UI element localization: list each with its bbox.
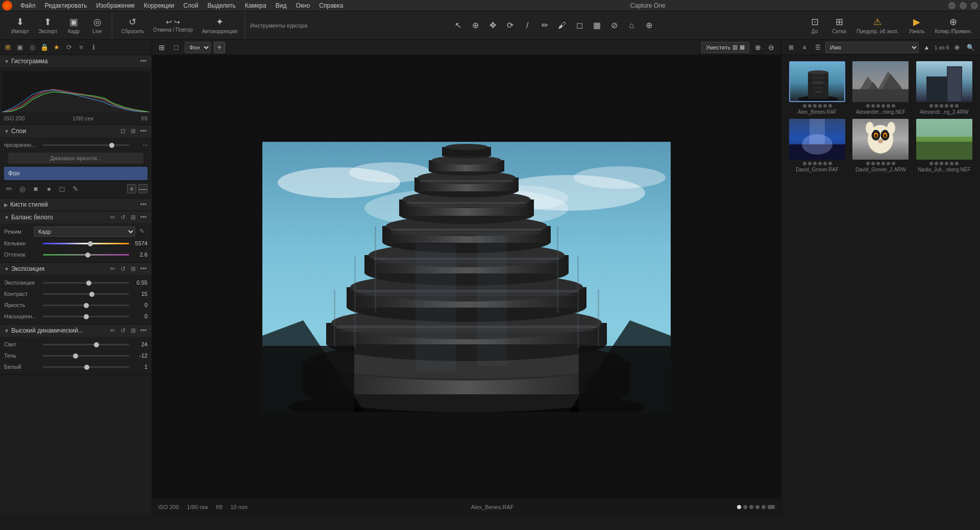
lp-icon-layers[interactable]: ≡: [76, 42, 87, 53]
layer-item-background[interactable]: Фон: [4, 167, 148, 180]
menu-corrections[interactable]: Коррекции: [140, 1, 178, 10]
export-button[interactable]: ⬆ Экспорт: [34, 14, 62, 36]
histogram-header[interactable]: ▼ Гистограмма •••: [0, 55, 152, 67]
wb-tint-slider[interactable]: [43, 254, 129, 256]
brightness-range-button[interactable]: Диапазон яркости...: [8, 153, 143, 164]
vt-layout-select[interactable]: Фон: [185, 42, 211, 53]
status-dot-1[interactable]: [737, 505, 741, 509]
opacity-slider[interactable]: [43, 144, 129, 146]
vt-fit-button[interactable]: Уместить ▥ ▦: [701, 42, 749, 53]
learn-button[interactable]: ▶ Узнать: [904, 14, 928, 36]
thumb-item-4[interactable]: David_Grover.RAF: [788, 119, 847, 172]
shadow-slider[interactable]: [43, 355, 129, 357]
warning-button[interactable]: ⚠ Предупр. об эксп.: [852, 14, 902, 36]
menu-file[interactable]: Файл: [16, 1, 40, 10]
exposure-reset[interactable]: ↺: [119, 265, 127, 273]
photo-viewer[interactable]: [152, 55, 781, 498]
lp-icon-camera[interactable]: ▣: [14, 42, 26, 53]
wb-eyedropper-icon[interactable]: ✎: [139, 228, 148, 236]
cursor-tool-pan[interactable]: ✥: [485, 18, 500, 33]
cursor-tool-magnify[interactable]: ⊕: [468, 18, 482, 33]
white-thumb[interactable]: [84, 365, 89, 370]
thumb-item-6[interactable]: Nadia_Juli...oberg.NEF: [915, 119, 974, 172]
brush-square[interactable]: ■: [31, 184, 41, 194]
wb-mode-select[interactable]: Кадр: [34, 226, 135, 237]
rt-zoom-in[interactable]: ⊕: [951, 42, 963, 53]
histogram-menu[interactable]: •••: [139, 57, 148, 65]
cursor-tool-brush[interactable]: 🖌: [555, 18, 569, 33]
menu-select[interactable]: Выделить: [203, 1, 239, 10]
brush-erase[interactable]: ◻: [57, 184, 67, 194]
highlight-slider[interactable]: [43, 344, 129, 345]
menu-image[interactable]: Изображение: [92, 1, 139, 10]
contrast-slider[interactable]: [43, 293, 129, 295]
cursor-tool-heal[interactable]: ⊕: [642, 18, 656, 33]
frame-button[interactable]: ▣ Кадр: [63, 14, 85, 36]
status-dot-expand[interactable]: [768, 505, 775, 509]
hdr-copy[interactable]: ⊞: [129, 326, 137, 335]
brush-circle[interactable]: ●: [44, 184, 54, 194]
cursor-tool-eraser[interactable]: ◻: [572, 18, 586, 33]
wb-menu[interactable]: •••: [139, 213, 148, 221]
layers-copy[interactable]: ⊞: [129, 127, 137, 135]
menu-window[interactable]: Окно: [291, 1, 314, 10]
reset-button[interactable]: ↺ Сбросить: [117, 14, 148, 36]
vt-zoom-out[interactable]: ⊖: [766, 42, 777, 53]
brush-styles-menu[interactable]: •••: [139, 200, 148, 209]
vt-grid-btn[interactable]: ⊞: [156, 42, 167, 53]
menu-edit[interactable]: Редактировать: [41, 1, 91, 10]
saturation-slider[interactable]: [43, 316, 129, 317]
cursor-tool-line[interactable]: /: [520, 18, 534, 33]
exposure-eyedropper[interactable]: ✏: [109, 265, 117, 273]
menu-layer[interactable]: Слой: [179, 1, 202, 10]
status-dot-2[interactable]: [743, 505, 747, 509]
status-dot-3[interactable]: [749, 505, 753, 509]
thumb-item-5[interactable]: David_Grover_2.ARW: [851, 119, 910, 172]
status-dot-5[interactable]: [762, 505, 766, 509]
wb-reset[interactable]: ↺: [119, 213, 127, 221]
window-minimize[interactable]: —: [948, 2, 955, 9]
vt-single-btn[interactable]: □: [170, 42, 182, 53]
vt-zoom-in[interactable]: ⊕: [752, 42, 764, 53]
thumb-item-3[interactable]: Alexandr...ng_2.ARW: [915, 61, 974, 115]
wb-kelvin-thumb[interactable]: [88, 241, 93, 246]
white-balance-header[interactable]: ▼ Баланс белого ✏ ↺ ⊞ •••: [0, 211, 152, 223]
brightness-thumb[interactable]: [84, 303, 89, 308]
lp-icon-star[interactable]: ★: [51, 42, 62, 53]
grid-button[interactable]: ⊞ Сетка: [828, 14, 850, 36]
hdr-reset[interactable]: ↺: [119, 326, 127, 335]
highlight-thumb[interactable]: [94, 342, 99, 347]
rt-grid-view[interactable]: ⊞: [786, 42, 797, 53]
cursor-tool-clone[interactable]: ⌂: [624, 18, 639, 33]
cursor-tool-pen[interactable]: ✏: [537, 18, 552, 33]
rt-sort-select[interactable]: Имя: [825, 42, 919, 53]
auto-correct-button[interactable]: ✦ Автокоррекция: [198, 14, 242, 36]
brush-styles-header[interactable]: ▶ Кисти стилей •••: [0, 198, 152, 211]
lp-icon-search[interactable]: ⟳: [63, 42, 75, 53]
vt-add-btn[interactable]: +: [214, 42, 225, 53]
exposure-copy[interactable]: ⊞: [129, 265, 137, 273]
wb-tint-thumb[interactable]: [85, 253, 90, 258]
lp-icon-info[interactable]: ℹ: [88, 42, 99, 53]
lp-icon-circle[interactable]: ◎: [27, 42, 38, 53]
live-button[interactable]: ◎ Live: [86, 14, 109, 36]
exposure-menu[interactable]: •••: [139, 265, 148, 273]
exposure-header[interactable]: ▼ Экспозиция ✏ ↺ ⊞ •••: [0, 263, 152, 275]
remove-layer-button[interactable]: —: [138, 184, 148, 193]
undo-redo-button[interactable]: ↩ ↪ Отмена / Повтор: [149, 16, 197, 35]
rt-list-view[interactable]: ≡: [799, 42, 810, 53]
wb-kelvin-slider[interactable]: [43, 243, 129, 244]
hdr-menu[interactable]: •••: [139, 326, 148, 335]
layers-header[interactable]: ▼ Слои ⊡ ⊞ •••: [0, 125, 152, 137]
lp-icon-grid[interactable]: ⊞: [2, 42, 13, 53]
thumb-item-1[interactable]: Alex_Benes.RAF: [788, 61, 847, 115]
menu-camera[interactable]: Камера: [241, 1, 271, 10]
rt-search[interactable]: 🔍: [965, 42, 976, 53]
brush-edit[interactable]: ✎: [70, 184, 81, 194]
hdr-eyedropper[interactable]: ✏: [109, 326, 117, 335]
thumb-item-2[interactable]: Alexander...ming.NEF: [851, 61, 910, 115]
brush-pen[interactable]: ✏: [4, 184, 14, 194]
exposure-thumb[interactable]: [86, 281, 91, 286]
add-layer-button[interactable]: +: [127, 184, 136, 193]
before-button[interactable]: ⊡ До: [803, 14, 826, 36]
